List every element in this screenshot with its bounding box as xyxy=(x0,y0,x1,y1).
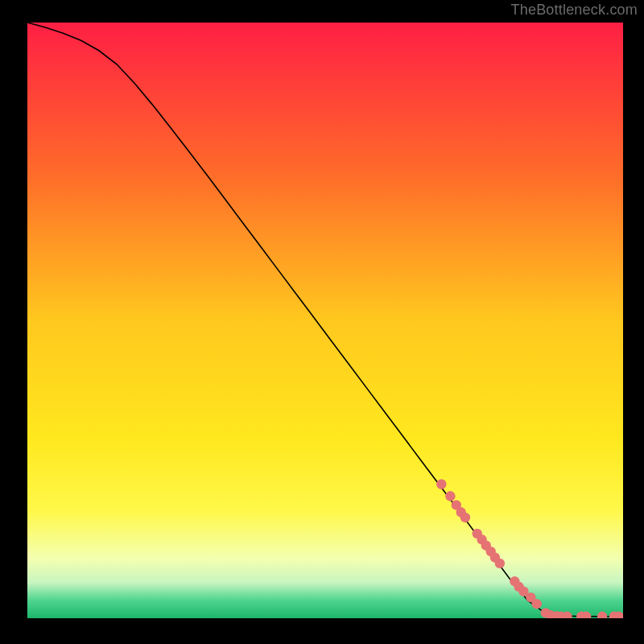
chart-container: TheBottleneck.com xyxy=(0,0,644,644)
data-point xyxy=(445,491,455,501)
data-point xyxy=(532,599,542,609)
data-point xyxy=(436,479,446,489)
chart-svg xyxy=(27,23,623,618)
attribution-text: TheBottleneck.com xyxy=(511,2,638,19)
chart-background xyxy=(27,23,623,618)
data-point xyxy=(460,513,470,522)
plot-area xyxy=(27,23,623,618)
data-point xyxy=(495,559,505,568)
